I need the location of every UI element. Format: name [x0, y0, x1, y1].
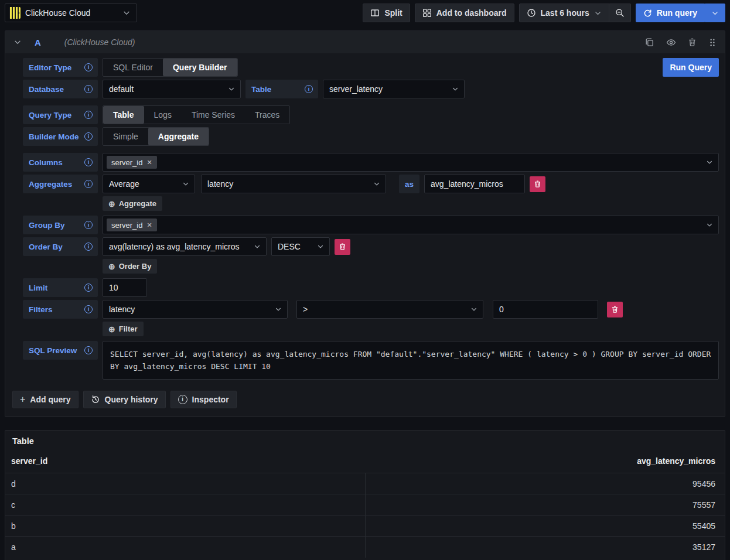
group-by-label: Group By [23, 216, 98, 234]
builder-mode-simple[interactable]: Simple [103, 128, 148, 145]
columns-label: Columns [23, 153, 98, 172]
info-icon[interactable] [84, 221, 93, 229]
query-type-label: Query Type [23, 105, 98, 124]
aggregate-function-select[interactable]: Average [103, 175, 195, 193]
info-icon[interactable] [84, 284, 93, 292]
run-query-button[interactable]: Run query [636, 4, 705, 22]
cell-server-id: c [5, 494, 365, 515]
info-icon[interactable] [84, 243, 93, 251]
editor-type-query-builder[interactable]: Query Builder [163, 59, 237, 76]
aggregate-alias-input[interactable] [424, 175, 525, 193]
chevron-down-icon [228, 86, 235, 93]
duplicate-query-icon[interactable] [645, 37, 654, 47]
cell-avg-latency: 95456 [365, 473, 725, 494]
results-panel: Table server_id avg_latency_micros d 954… [5, 430, 725, 560]
collapse-chevron-icon[interactable] [13, 38, 22, 46]
results-table: server_id avg_latency_micros d 95456 c 7… [5, 453, 725, 558]
clickhouse-logo-icon [9, 7, 21, 19]
query-type-table[interactable]: Table [103, 106, 144, 124]
add-filter-button[interactable]: ⊕ Filter [103, 322, 144, 336]
query-ref-id: A [35, 37, 41, 47]
trash-icon [534, 180, 541, 188]
query-type-time-series[interactable]: Time Series [182, 106, 245, 124]
chevron-down-icon [711, 9, 719, 17]
info-icon[interactable] [84, 180, 93, 188]
run-query-panel-button[interactable]: Run Query [663, 58, 719, 77]
run-query-dropdown-toggle[interactable] [705, 4, 725, 22]
inspector-button[interactable]: Inspector [170, 391, 237, 408]
query-row-header[interactable]: A (ClickHouse Cloud) [5, 31, 725, 53]
database-select[interactable]: default [103, 80, 241, 98]
results-panel-title: Table [5, 431, 725, 453]
filter-operator-select[interactable]: > [296, 300, 483, 319]
query-type-traces[interactable]: Traces [245, 106, 289, 124]
filter-value-input[interactable] [493, 300, 598, 319]
trash-icon [339, 243, 346, 251]
remove-aggregate-button[interactable] [530, 176, 545, 192]
column-header-server-id[interactable]: server_id [5, 453, 365, 473]
builder-mode-aggregate[interactable]: Aggregate [148, 128, 209, 145]
query-datasource-hint: (ClickHouse Cloud) [64, 37, 135, 47]
add-query-button[interactable]: + Add query [12, 391, 79, 408]
run-query-label: Run query [657, 8, 697, 18]
chevron-down-icon [594, 9, 602, 17]
cell-server-id: d [5, 473, 365, 494]
chevron-down-icon [317, 243, 324, 250]
column-header-avg-latency[interactable]: avg_latency_micros [365, 453, 725, 473]
filter-column-select[interactable]: latency [103, 300, 288, 319]
zoom-out-time-button[interactable] [609, 4, 631, 22]
query-history-button[interactable]: Query history [83, 391, 166, 408]
column-chip: server_id ✕ [107, 156, 157, 169]
split-icon [370, 8, 380, 18]
plus-circle-icon: ⊕ [108, 262, 115, 271]
columns-multiselect[interactable]: server_id ✕ [103, 153, 719, 172]
split-button[interactable]: Split [363, 4, 410, 22]
chevron-down-icon [706, 159, 713, 166]
alias-as-label: as [399, 175, 419, 193]
drag-handle-icon[interactable] [708, 38, 717, 47]
add-aggregate-button[interactable]: ⊕ Aggregate [103, 196, 162, 211]
info-icon[interactable] [84, 132, 93, 141]
time-range-picker[interactable]: Last 6 hours [519, 4, 609, 22]
order-by-column-select[interactable]: avg(latency) as avg_latency_micros [103, 237, 267, 256]
cell-avg-latency: 35127 [365, 537, 725, 558]
sql-preview-text[interactable]: SELECT server_id, avg(latency) as avg_la… [103, 341, 719, 380]
info-icon[interactable] [84, 85, 93, 93]
editor-type-toggle: SQL Editor Query Builder [103, 58, 238, 77]
chevron-down-icon [275, 306, 282, 313]
chevron-down-icon [122, 9, 131, 17]
info-icon[interactable] [84, 63, 93, 71]
query-editor-panel: A (ClickHouse Cloud) Editor Type [5, 30, 725, 417]
chevron-down-icon [182, 180, 189, 187]
query-type-logs[interactable]: Logs [144, 106, 182, 124]
info-icon[interactable] [84, 158, 93, 166]
trash-icon [611, 305, 619, 313]
order-by-direction-select[interactable]: DESC [271, 237, 330, 256]
dashboard-grid-icon [422, 8, 432, 18]
toggle-visibility-eye-icon[interactable] [666, 37, 676, 47]
add-order-by-button[interactable]: ⊕ Order By [103, 259, 157, 274]
group-by-multiselect[interactable]: server_id ✕ [103, 216, 719, 234]
info-icon[interactable] [305, 85, 313, 93]
order-by-label: Order By [23, 237, 98, 256]
add-to-dashboard-button[interactable]: Add to dashboard [415, 4, 514, 22]
table-row: c 75557 [5, 494, 725, 515]
remove-filter-button[interactable] [607, 302, 623, 317]
remove-order-by-button[interactable] [335, 239, 350, 255]
table-select[interactable]: server_latency [323, 80, 465, 98]
limit-input[interactable] [103, 278, 147, 297]
info-icon[interactable] [84, 305, 93, 313]
datasource-picker[interactable]: ClickHouse Cloud [5, 4, 137, 22]
aggregate-column-select[interactable]: latency [201, 175, 386, 193]
chevron-down-icon [373, 180, 380, 187]
remove-chip-icon[interactable]: ✕ [146, 159, 152, 166]
chevron-down-icon [706, 221, 713, 228]
table-row: a 35127 [5, 537, 725, 558]
info-icon[interactable] [84, 111, 93, 119]
info-icon[interactable] [84, 346, 93, 354]
remove-chip-icon[interactable]: ✕ [146, 221, 152, 229]
editor-type-sql-editor[interactable]: SQL Editor [103, 59, 163, 76]
toolbar: ClickHouse Cloud Split Add to dashboard … [0, 0, 730, 26]
plus-circle-icon: ⊕ [108, 325, 115, 334]
delete-query-trash-icon[interactable] [688, 37, 697, 47]
